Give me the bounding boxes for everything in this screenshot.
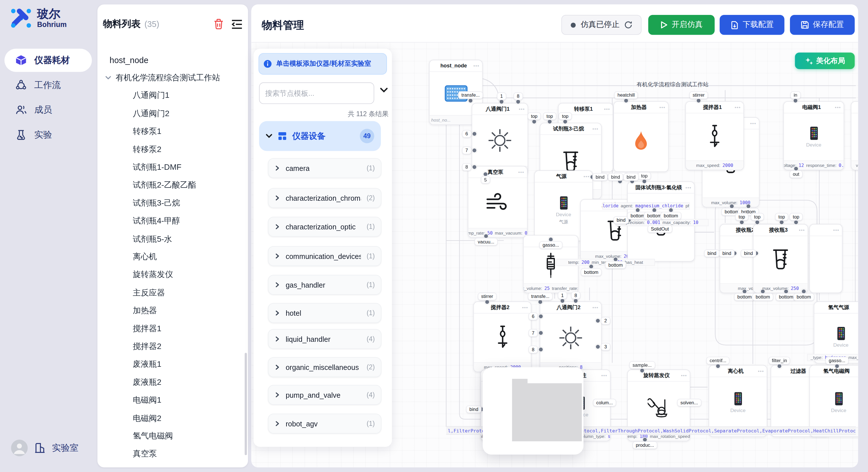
port-top[interactable]: top [528,112,541,120]
refresh-icon[interactable] [624,21,632,29]
tree-item[interactable]: 搅拌器1 [97,319,245,337]
save-config-button[interactable]: 保存配置 [790,15,855,35]
sidebar-item-workflow[interactable]: 工作流 [4,73,92,97]
port-5[interactable]: 5 [481,176,490,183]
port-bind[interactable]: bind [719,249,735,257]
port-dot[interactable] [595,318,600,323]
node-menu-icon[interactable]: ••• [592,123,598,134]
category-characterization_chromatic[interactable]: characterization_chromatic(2) [268,188,381,208]
node-menu-icon[interactable]: ••• [518,166,524,177]
port-dot[interactable] [538,330,544,335]
materials-scrollbar[interactable] [245,353,247,455]
sidebar-item-instruments[interactable]: 仪器耗材 [4,49,92,72]
port-out[interactable]: out [789,170,803,178]
node-menu-icon[interactable]: ••• [833,225,839,236]
tree-item[interactable]: 八通阀门1 [97,87,245,104]
tree-item[interactable]: 试剂瓶3-己烷 [97,194,245,212]
node-搅拌器2[interactable]: 搅拌器2•••max_speed:2000 [473,301,531,372]
port-gasso[interactable]: gasso... [539,241,563,249]
tree-item[interactable]: 电磁阀1 [97,391,245,409]
tree-item-host-node[interactable]: host_node [97,51,245,69]
port-bind[interactable]: bind [608,173,623,181]
port-filter_in[interactable]: filter_in [768,357,790,365]
port-top[interactable]: top [735,213,748,221]
node-八通阀门2[interactable]: 八通阀门2•••positions:8 [539,301,601,372]
node-真空泵[interactable]: 真空泵•••pump_rate:50max_vacuum:0.1 [468,166,528,238]
port-bind[interactable]: bind [741,249,756,257]
node-card[interactable]: voltage:12 [851,101,858,170]
port-produc[interactable]: produc... [632,441,657,449]
port-transfe[interactable]: transfe... [528,293,553,300]
beautify-layout-button[interactable]: 美化布局 [795,53,855,69]
port-8[interactable]: 8 [571,291,580,299]
node-电磁阀1[interactable]: 电磁阀1•••Devicevoltage:12response_time:0.1 [783,101,844,170]
tree-item[interactable]: 搅拌器2 [97,338,245,355]
port-top[interactable]: top [638,172,651,180]
tree-item[interactable]: 试剂瓶2-乙酸乙酯 [97,176,245,194]
port-top[interactable]: top [559,112,572,120]
port-dot[interactable] [472,165,477,169]
tree-group-workstation[interactable]: 有机化学流程综合测试工作站 [97,69,245,87]
tree-item[interactable]: 氢气电磁阀 [97,427,245,445]
port-colum[interactable]: colum... [593,399,616,406]
port-sample[interactable]: sample... [629,361,655,369]
port-dot[interactable] [538,314,544,318]
port-in[interactable]: in [790,91,801,99]
port-bottom[interactable]: bottom [752,293,773,301]
port-centrif[interactable]: centrif... [706,357,730,365]
node-menu-icon[interactable]: ••• [601,370,608,381]
tree-item[interactable]: 废液瓶1 [97,355,245,373]
node-menu-icon[interactable]: ••• [519,103,525,115]
port-top[interactable]: top [543,112,556,120]
node-menu-icon[interactable]: ••• [799,225,805,236]
port-dot[interactable] [538,347,544,352]
port-bind[interactable]: bind [623,173,639,181]
port-bottom[interactable]: bottom [581,268,601,276]
port-stirrer[interactable]: stirrer [478,293,497,300]
category-pump_and_valve[interactable]: pump_and_valve(4) [268,385,381,405]
sidebar-item-members[interactable]: 成员 [4,98,92,122]
tree-item[interactable]: 离心机 [97,248,245,266]
sidebar-item-experiments[interactable]: 实验 [4,123,92,146]
tree-item[interactable]: 试剂瓶1-DMF [97,158,245,176]
tree-item[interactable]: 电磁阀2 [97,409,245,427]
port-bottom[interactable]: bottom [734,293,755,301]
port-dot[interactable] [472,131,477,136]
category-liquid_handler[interactable]: liquid_handler(4) [268,329,381,349]
port-bind[interactable]: bind [466,405,482,413]
port-top[interactable]: top [775,213,788,221]
tree-item[interactable]: 试剂瓶5-水 [97,230,245,248]
trash-icon[interactable] [214,19,224,30]
port-top[interactable]: top [751,213,764,221]
category-organic_miscellaneous[interactable]: organic_miscellaneous(2) [268,357,381,377]
tree-item[interactable]: 试剂瓶4-甲醇 [97,212,245,230]
port-2[interactable]: 2 [601,317,610,325]
port-6[interactable]: 6 [528,312,538,320]
node-menu-icon[interactable]: ••• [735,102,741,113]
port-7[interactable]: 7 [528,329,538,337]
node-menu-icon[interactable]: ••• [758,366,764,377]
category-hotel[interactable]: hotel(1) [268,303,381,323]
port-stirrer[interactable]: stirrer [689,91,708,99]
tree-item[interactable]: 加热器 [97,302,245,319]
tree-item[interactable]: 主反应器 [97,284,245,302]
port-3[interactable]: 3 [601,343,610,351]
port-heatchill[interactable]: heatchill [614,91,638,99]
port-dot[interactable] [472,148,477,153]
node-menu-icon[interactable]: ••• [835,102,841,113]
port-gasso[interactable]: gasso... [826,357,849,365]
port-1[interactable]: 1 [497,92,506,100]
tree-item[interactable]: 八通阀门2 [97,105,245,123]
port-dot[interactable] [595,344,600,349]
port-8[interactable]: 8 [528,345,538,353]
category-robot_agv[interactable]: robot_agv(1) [268,414,381,434]
category-characterization_optic[interactable]: characterization_optic(1) [268,217,381,237]
node-加热器[interactable]: 加热器••• [613,101,669,172]
device-group-accordion[interactable]: 仪器设备 49 [259,121,381,151]
port-1[interactable]: 1 [558,291,567,299]
category-gas_handler[interactable]: gas_handler(1) [268,275,381,295]
port-bind[interactable]: bind [613,216,629,224]
port-bottom[interactable]: bottom [660,212,681,220]
node-搅拌器1[interactable]: 搅拌器1•••max_speed:2000 [685,101,744,170]
node-接收瓶3[interactable]: 接收瓶3•••max_volume:250 [753,224,808,293]
